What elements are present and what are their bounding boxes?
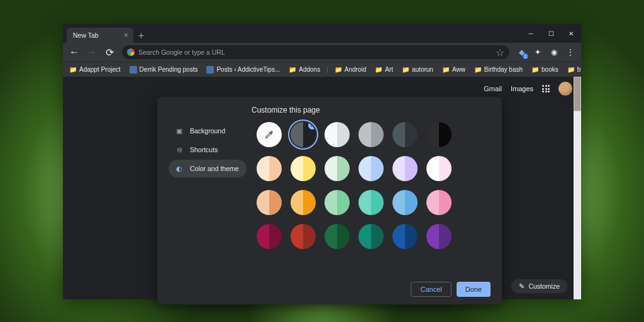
- color-swatch[interactable]: [426, 224, 452, 249]
- color-swatch[interactable]: [358, 156, 384, 181]
- extension-icon[interactable]: ◆: [514, 45, 528, 59]
- folder-icon: [442, 66, 450, 74]
- images-link[interactable]: Images: [511, 85, 533, 92]
- color-swatch[interactable]: [257, 156, 282, 181]
- color-swatch[interactable]: [426, 156, 452, 181]
- page-icon: [130, 66, 137, 74]
- page-icon: [206, 66, 214, 74]
- folder-icon: [69, 66, 77, 74]
- bookmark-item[interactable]: brochure: [565, 65, 581, 75]
- color-swatch[interactable]: [392, 122, 418, 147]
- color-swatch[interactable]: [358, 224, 384, 249]
- minimize-button[interactable]: ─: [521, 24, 541, 43]
- color-swatch[interactable]: [426, 122, 452, 147]
- dialog-title: Customize this page: [252, 106, 491, 114]
- account-avatar[interactable]: [558, 82, 572, 96]
- color-swatch[interactable]: [392, 224, 418, 249]
- check-icon: ✓: [308, 122, 316, 130]
- omnibox[interactable]: Search Google or type a URL ☆: [122, 45, 509, 59]
- sidebar-item-color-theme[interactable]: ◐ Color and theme: [169, 160, 247, 177]
- back-button[interactable]: ←: [67, 45, 82, 60]
- color-swatch[interactable]: [291, 156, 316, 181]
- window-controls: ─ ☐ ✕: [521, 24, 581, 43]
- folder-icon: [289, 66, 296, 74]
- pencil-icon: ✎: [519, 282, 525, 290]
- dialog-footer: Cancel Done: [169, 282, 491, 297]
- color-swatch[interactable]: [325, 156, 350, 181]
- apps-grid-icon[interactable]: [542, 85, 550, 92]
- titlebar: New Tab × + ─ ☐ ✕: [63, 24, 581, 43]
- color-swatch[interactable]: [257, 224, 282, 249]
- image-icon: ▣: [175, 126, 184, 135]
- gmail-link[interactable]: Gmail: [484, 85, 502, 92]
- bookmark-item[interactable]: Android: [332, 65, 369, 75]
- bookmark-item[interactable]: Posts ‹ AddictiveTips...: [204, 65, 282, 75]
- close-window-button[interactable]: ✕: [561, 24, 581, 43]
- forward-button[interactable]: →: [84, 45, 99, 60]
- bookmark-item[interactable]: Art: [372, 65, 396, 75]
- eyedropper-icon: [264, 130, 274, 140]
- color-picker-swatch[interactable]: [257, 122, 282, 147]
- color-swatch[interactable]: [392, 190, 418, 215]
- bookmarks-bar: Adappt Project Derrik Pending posts Post…: [63, 62, 581, 77]
- dialog-sidebar: ▣ Background ⊖ Shortcuts ◐ Color and the…: [169, 122, 247, 275]
- scrollbar-thumb[interactable]: [574, 77, 581, 111]
- color-swatch[interactable]: [325, 190, 350, 215]
- folder-icon: [375, 66, 382, 74]
- maximize-button[interactable]: ☐: [541, 24, 561, 43]
- ntp-top-links: Gmail Images: [484, 82, 572, 96]
- done-button[interactable]: Done: [457, 282, 491, 297]
- new-tab-button[interactable]: +: [138, 30, 144, 43]
- folder-icon: [531, 66, 539, 74]
- color-swatch[interactable]: [291, 190, 316, 215]
- color-swatch[interactable]: [325, 122, 350, 147]
- folder-icon: [402, 66, 409, 74]
- palette-icon: ◐: [175, 164, 184, 173]
- profile-icon[interactable]: ◉: [547, 45, 561, 59]
- close-tab-icon[interactable]: ×: [124, 31, 128, 40]
- color-swatch[interactable]: [358, 122, 384, 147]
- menu-icon[interactable]: ⋮: [564, 45, 577, 59]
- google-icon: [127, 48, 135, 56]
- cancel-button[interactable]: Cancel: [411, 282, 451, 297]
- bookmark-item[interactable]: autorun: [399, 65, 436, 75]
- bookmark-item[interactable]: Adappt Project: [67, 65, 123, 75]
- link-icon: ⊖: [175, 145, 184, 154]
- color-swatch[interactable]: [392, 156, 418, 181]
- customize-button[interactable]: ✎ Customize: [511, 279, 567, 293]
- browser-tab[interactable]: New Tab ×: [67, 28, 133, 43]
- color-swatch[interactable]: [358, 190, 384, 215]
- folder-icon: [335, 66, 342, 74]
- reload-button[interactable]: ⟳: [102, 45, 117, 60]
- tab-title: New Tab: [73, 31, 99, 39]
- omnibox-placeholder: Search Google or type a URL: [138, 48, 225, 56]
- color-swatch[interactable]: [426, 190, 452, 215]
- bookmark-item[interactable]: Birthday bash: [472, 65, 525, 75]
- bookmark-item[interactable]: Addons: [286, 65, 323, 75]
- color-swatch-grid: ✓: [252, 122, 491, 275]
- new-tab-page: Gmail Images ✎ Customize Customize this …: [63, 77, 581, 299]
- sidebar-item-shortcuts[interactable]: ⊖ Shortcuts: [169, 141, 247, 158]
- color-swatch[interactable]: [325, 224, 350, 249]
- bookmark-item[interactable]: Aww: [440, 65, 468, 75]
- extensions-puzzle-icon[interactable]: ✦: [531, 45, 545, 59]
- star-icon[interactable]: ☆: [496, 47, 504, 58]
- customize-dialog: Customize this page ▣ Background ⊖ Short…: [157, 97, 502, 304]
- color-swatch[interactable]: [257, 190, 282, 215]
- bookmark-item[interactable]: Derrik Pending posts: [127, 65, 201, 75]
- bookmark-item[interactable]: books: [529, 65, 561, 75]
- folder-icon: [567, 66, 575, 74]
- sidebar-item-background[interactable]: ▣ Background: [169, 122, 247, 140]
- chrome-window: New Tab × + ─ ☐ ✕ ← → ⟳ Search Google or…: [63, 24, 581, 299]
- folder-icon: [474, 66, 482, 74]
- toolbar: ← → ⟳ Search Google or type a URL ☆ ◆ ✦ …: [63, 43, 581, 62]
- color-swatch[interactable]: ✓: [291, 122, 316, 147]
- color-swatch[interactable]: [291, 224, 316, 249]
